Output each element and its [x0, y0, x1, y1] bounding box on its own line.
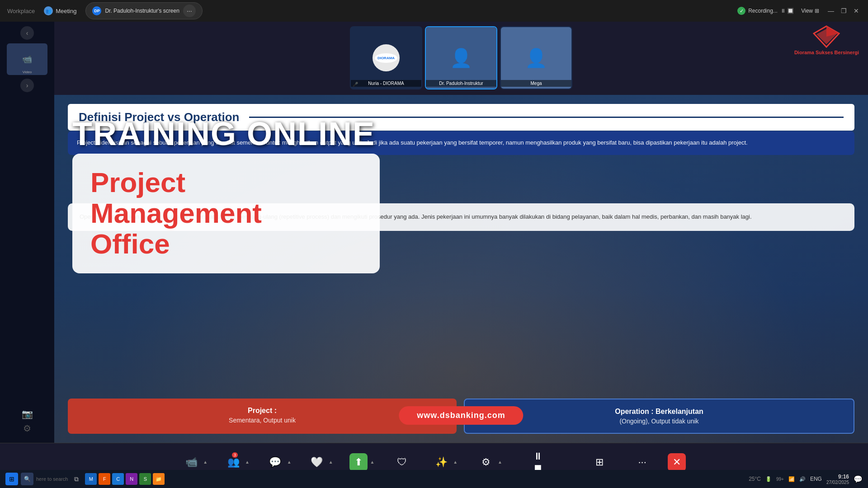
participants-caret[interactable]: ▲ — [245, 460, 250, 465]
operation-box-sub: (Ongoing), Output tidak unik — [474, 418, 844, 425]
left-panel: ‹ 📹 Video › 📷 ⚙ — [0, 22, 54, 443]
ai-icon: ✨ — [432, 453, 450, 471]
slide-content: Definisi Project vs Operation Project di… — [54, 95, 868, 488]
apps-caret[interactable]: ▲ — [498, 460, 502, 465]
thumb-avatar-mega: 👤 — [501, 27, 571, 89]
share-caret[interactable]: ▲ — [370, 460, 375, 465]
taskbar: ⊞ 🔍 here to search ⧉ M F C N S 📁 25°C 🔋 … — [0, 470, 868, 488]
taskbar-app-1[interactable]: M — [85, 473, 97, 485]
view-button[interactable]: View ⊞ — [801, 8, 819, 14]
taskbar-app-2[interactable]: F — [99, 473, 110, 485]
meeting-icon: 👥 — [44, 6, 53, 15]
react-icon-wrap: 🤍 ▲ — [308, 453, 333, 471]
recording-badge: Recording... ⏸ 🔲 — [737, 7, 794, 15]
recording-label: Recording... — [748, 8, 778, 14]
taskbar-notification[interactable]: 💬 — [854, 475, 863, 483]
start-icon[interactable]: ⊞ — [5, 473, 18, 485]
video-caret[interactable]: ▲ — [203, 460, 208, 465]
pause-icon: ⏸ ⏹ — [533, 453, 551, 471]
search-taskbar[interactable]: 🔍 — [21, 473, 33, 485]
taskbar-wifi: 📶 — [788, 476, 795, 482]
pmo-overlay: Project Management Office — [72, 154, 380, 273]
side-thumbnail-video: 📹 Video — [7, 43, 47, 75]
screen-share-avatar: DP — [92, 6, 101, 15]
close-button[interactable]: ✕ — [852, 6, 861, 15]
video-icon: 📹 — [182, 453, 200, 471]
minimize-button[interactable]: — — [826, 6, 835, 15]
pause-icon-wrap: ⏸ ⏹ — [533, 453, 551, 471]
more-icon-wrap: ··· — [633, 453, 651, 471]
breakout-icon: ⊞ — [590, 453, 609, 471]
taskbar-app-4[interactable]: N — [126, 473, 137, 485]
thumbnail-mega: 👤 Mega — [500, 26, 572, 89]
diamond-icon — [813, 25, 840, 48]
screen-options-button[interactable]: ··· — [183, 5, 196, 17]
training-title: TRAINING ONLINE — [72, 117, 375, 150]
taskbar-clock: 9:16 27/02/2025 — [826, 474, 849, 485]
taskbar-app-6[interactable]: 📁 — [153, 473, 165, 485]
nav-arrow-left[interactable]: ‹ — [20, 26, 34, 40]
taskbar-start-area: ⊞ 🔍 here to search ⧉ M F C N S 📁 — [5, 473, 165, 485]
taskbar-battery-val: 99+ — [776, 477, 784, 482]
end-icon: ✕ — [668, 453, 686, 471]
nav-arrow-right[interactable]: › — [20, 79, 34, 92]
react-caret[interactable]: ▲ — [329, 460, 333, 465]
camera-icon[interactable]: 📷 — [22, 408, 33, 419]
chat-caret[interactable]: ▲ — [287, 460, 292, 465]
slide-area: Definisi Project vs Operation Project di… — [54, 95, 868, 488]
maximize-button[interactable]: ❐ — [839, 6, 848, 15]
thumb-label-paduloh: Dr. Paduloh-Instruktur — [426, 80, 496, 87]
website-badge: www.dsbanking.com — [399, 406, 523, 425]
taskbar-app-3[interactable]: C — [112, 473, 124, 485]
search-hint[interactable]: here to search — [36, 476, 68, 482]
project-box-title: Project : — [77, 407, 448, 415]
participants-icon: 👥 3 — [224, 453, 242, 471]
window-controls: — ❐ ✕ — [826, 6, 861, 15]
breakout-icon-wrap: ⊞ — [590, 453, 609, 471]
apps-icon: ⚙ — [477, 453, 495, 471]
share-icon-wrap: ⬆ ▲ — [349, 453, 375, 471]
diorama-brand-area: Diorama Sukses Bersinergi — [794, 25, 859, 56]
top-right-controls: Recording... ⏸ 🔲 View ⊞ — ❐ ✕ — [737, 6, 861, 15]
thumbnails-strip: DIORAMA 🎤 Nuria - DIORAMA 👤 Dr. Paduloh-… — [54, 22, 868, 94]
taskbar-battery: 🔋 — [765, 476, 772, 482]
project-box: Project : Sementara, Output unik — [68, 399, 457, 434]
pmo-title-line1: Project Management Office — [90, 167, 362, 260]
more-icon: ··· — [633, 453, 651, 471]
video-icon-wrap: 📹 ▲ — [182, 453, 208, 471]
thumb-label-nuria: Nuria - DIORAMA — [351, 80, 421, 87]
thumbnail-paduloh: 👤 Dr. Paduloh-Instruktur — [425, 26, 497, 89]
recording-green-icon — [737, 7, 745, 15]
ai-icon-wrap: ✨ ▲ — [432, 453, 458, 471]
host-tools-icon-wrap: 🛡 — [393, 453, 411, 471]
screen-share-pill[interactable]: DP Dr. Paduloh-Instruktur's screen ··· — [85, 2, 202, 19]
apps-icon-wrap: ⚙ ▲ — [477, 453, 502, 471]
chat-icon: 💬 — [266, 453, 284, 471]
training-overlay: TRAINING ONLINE — [54, 108, 393, 159]
ai-caret[interactable]: ▲ — [453, 460, 458, 465]
taskbar-apps: M F C N S 📁 — [85, 473, 165, 485]
taskbar-date: 27/02/2025 — [826, 480, 849, 485]
participants-icon-wrap: 👥 3 ▲ — [224, 453, 250, 471]
share-icon: ⬆ — [349, 453, 368, 471]
diorama-text: Diorama Sukses Bersinergi — [794, 50, 859, 56]
react-icon: 🤍 — [308, 453, 326, 471]
meeting-label: 👥 Meeting — [44, 6, 76, 15]
taskbar-time: 9:16 — [826, 474, 849, 480]
thumb-label-mega: Mega — [501, 80, 571, 87]
project-box-sub: Sementara, Output unik — [77, 417, 448, 424]
operation-box-title: Operation : Berkelanjutan — [474, 408, 844, 416]
host-tools-icon: 🛡 — [393, 453, 411, 471]
end-icon-wrap: ✕ — [668, 453, 686, 471]
taskview-icon[interactable]: ⧉ — [74, 475, 79, 483]
chat-icon-wrap: 💬 ▲ — [266, 453, 292, 471]
taskbar-app-5[interactable]: S — [139, 473, 151, 485]
taskbar-temp: 25°C — [749, 476, 761, 482]
top-bar: Workplace 👥 Meeting DP Dr. Paduloh-Instr… — [0, 0, 868, 22]
taskbar-right: 25°C 🔋 99+ 📶 🔊 ENG 9:16 27/02/2025 💬 — [749, 474, 863, 485]
thumb-avatar-nuria: DIORAMA — [351, 27, 421, 89]
taskbar-sound: 🔊 — [799, 476, 806, 482]
thumbnail-nuria: DIORAMA 🎤 Nuria - DIORAMA — [350, 26, 422, 89]
taskbar-lang: ENG — [810, 476, 822, 482]
settings-icon-left[interactable]: ⚙ — [23, 423, 31, 434]
